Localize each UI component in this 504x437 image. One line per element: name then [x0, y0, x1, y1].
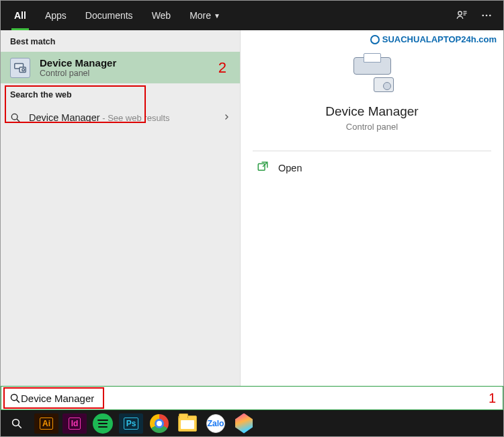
brand-text: SUACHUALAPTOP24h.com — [382, 34, 497, 44]
svg-point-7 — [11, 114, 17, 120]
best-match-header: Best match — [1, 30, 240, 52]
brand-logo-icon — [370, 35, 380, 44]
tab-list: All Apps Documents Web More▼ — [5, 1, 230, 30]
folder-icon — [178, 415, 197, 432]
taskbar-app-chrome[interactable] — [147, 413, 171, 434]
search-icon — [9, 393, 21, 404]
annotation-1: 1 — [483, 391, 496, 406]
tab-all[interactable]: All — [5, 1, 36, 30]
results-pane: Best match Device Manager Control panel … — [1, 30, 241, 386]
app-label: Ai — [40, 418, 53, 430]
tab-more[interactable]: More▼ — [180, 1, 230, 30]
zalo-icon: Zalo — [206, 414, 225, 433]
chevron-right-icon — [222, 112, 230, 124]
search-web-header: Search the web — [1, 83, 240, 105]
svg-point-0 — [458, 11, 462, 15]
taskbar: Ai Id Ps Zalo — [1, 410, 503, 436]
taskbar-search-button[interactable] — [3, 410, 30, 436]
open-action[interactable]: Open — [241, 151, 503, 184]
top-tab-bar: All Apps Documents Web More▼ — [1, 1, 503, 30]
svg-point-10 — [11, 394, 17, 400]
tab-label: Documents — [85, 10, 133, 21]
chevron-down-icon: ▼ — [214, 12, 220, 19]
taskbar-app-photoshop[interactable]: Ps — [119, 413, 143, 434]
brand-watermark: SUACHUALAPTOP24h.com — [370, 34, 497, 44]
device-manager-large-icon — [351, 54, 394, 93]
web-result-text: Device Manager - See web results — [29, 112, 170, 124]
web-result-sub: - See web results — [100, 113, 170, 123]
tab-label: All — [14, 10, 26, 21]
detail-pane: Device Manager Control panel Open — [241, 30, 503, 386]
detail-title: Device Manager — [247, 104, 497, 119]
taskbar-app-paint3d[interactable] — [232, 413, 256, 434]
main-body: Best match Device Manager Control panel … — [1, 30, 503, 386]
web-result-item[interactable]: Device Manager - See web results — [1, 105, 240, 130]
taskbar-app-spotify[interactable] — [91, 413, 115, 434]
tab-documents[interactable]: Documents — [76, 1, 142, 30]
svg-point-3 — [489, 15, 491, 17]
best-match-text: Device Manager Control panel — [40, 57, 116, 78]
svg-point-2 — [486, 15, 488, 17]
tab-apps[interactable]: Apps — [36, 1, 76, 30]
open-label: Open — [278, 163, 302, 173]
annotation-2: 2 — [218, 59, 226, 77]
tab-label: Web — [152, 10, 171, 21]
device-manager-icon — [10, 58, 30, 78]
web-result-main: Device Manager — [29, 112, 100, 123]
feedback-icon[interactable] — [455, 9, 468, 22]
app-label: Id — [69, 418, 81, 430]
search-input[interactable] — [21, 393, 483, 404]
svg-line-13 — [18, 425, 22, 428]
best-match-title: Device Manager — [40, 57, 116, 69]
chrome-icon — [150, 414, 169, 433]
tab-web[interactable]: Web — [142, 1, 181, 30]
search-bar[interactable]: 1 — [1, 386, 503, 410]
taskbar-app-illustrator[interactable]: Ai — [34, 413, 58, 434]
paint-icon — [235, 413, 253, 434]
taskbar-app-indesign[interactable]: Id — [62, 413, 87, 434]
tab-label: More — [190, 10, 211, 21]
taskbar-app-zalo[interactable]: Zalo — [204, 413, 228, 434]
topbar-actions — [455, 1, 499, 30]
app-label: Ps — [124, 418, 139, 430]
svg-point-1 — [482, 15, 484, 17]
spotify-icon — [93, 413, 113, 434]
svg-line-8 — [17, 119, 19, 122]
svg-rect-9 — [258, 164, 265, 171]
tab-label: Apps — [45, 10, 67, 21]
open-icon — [257, 161, 269, 175]
best-match-item[interactable]: Device Manager Control panel 2 — [1, 52, 240, 83]
detail-subtitle: Control panel — [247, 122, 497, 132]
search-icon — [10, 112, 21, 123]
svg-line-11 — [17, 399, 19, 402]
window-frame: { "topbar": { "tabs": ["All", "Apps", "D… — [0, 0, 504, 437]
detail-header: Device Manager Control panel — [241, 30, 503, 151]
svg-point-12 — [13, 419, 19, 426]
best-match-subtitle: Control panel — [40, 69, 116, 78]
more-options-icon[interactable] — [480, 9, 493, 22]
taskbar-app-file-explorer[interactable] — [175, 413, 200, 434]
